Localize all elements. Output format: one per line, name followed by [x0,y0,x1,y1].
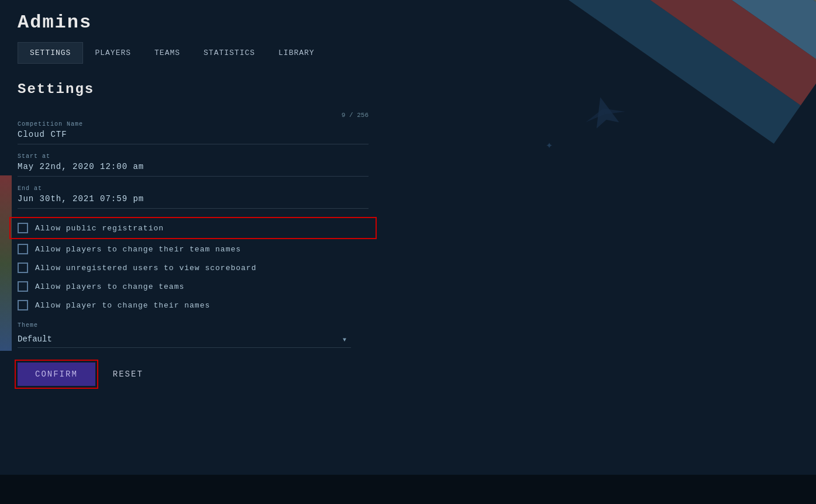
nav-tabs: SETTINGS PLAYERS TEAMS STATISTICS LIBRAR… [18,42,798,64]
checkbox-box-unregistered-scoreboard[interactable] [18,263,28,273]
checkbox-allow-change-teams[interactable]: Allow players to change teams [18,281,369,292]
buttons-row: CONFIRM RESET [18,363,369,386]
checkbox-allow-unregistered-scoreboard[interactable]: Allow unregistered users to view scorebo… [18,263,369,273]
checkbox-allow-public-registration[interactable]: Allow public registration [13,220,373,236]
theme-select-wrapper[interactable]: Default Dark Light Custom [18,331,351,348]
checkbox-label-unregistered-scoreboard: Allow unregistered users to view scorebo… [35,264,256,272]
theme-label: Theme [18,322,369,329]
checkbox-label-change-teams: Allow players to change teams [35,282,184,291]
end-at-value[interactable]: Jun 30th, 2021 07:59 pm [18,194,369,203]
start-at-label: Start at [18,153,369,160]
competition-name-field: 9 / 256 Competition Name Cloud CTF [18,112,369,144]
checkbox-label-public-registration: Allow public registration [35,224,164,233]
main-content: Admins SETTINGS PLAYERS TEAMS STATISTICS… [0,0,816,398]
bottom-bar [0,475,816,504]
checkbox-box-change-teams[interactable] [18,281,28,292]
settings-form: 9 / 256 Competition Name Cloud CTF Start… [18,112,369,386]
end-at-label: End at [18,185,369,192]
checkbox-allow-change-team-names[interactable]: Allow players to change their team names [18,244,369,254]
checkbox-box-change-names[interactable] [18,300,28,310]
end-at-field: End at Jun 30th, 2021 07:59 pm [18,185,369,209]
reset-button[interactable]: RESET [107,363,149,386]
start-at-field: Start at May 22nd, 2020 12:00 am [18,153,369,177]
tab-settings[interactable]: SETTINGS [18,42,83,64]
checkbox-label-change-names: Allow player to change their names [35,301,210,310]
checkbox-label-change-team-names: Allow players to change their team names [35,245,241,254]
confirm-button[interactable]: CONFIRM [18,363,95,386]
start-at-value[interactable]: May 22nd, 2020 12:00 am [18,162,369,171]
competition-name-label: Competition Name [18,121,369,127]
theme-select[interactable]: Default Dark Light Custom [18,331,351,348]
char-count: 9 / 256 [18,112,369,119]
tab-teams[interactable]: TEAMS [143,42,192,64]
tab-statistics[interactable]: STATISTICS [192,42,267,64]
competition-name-value[interactable]: Cloud CTF [18,130,369,139]
confirm-button-wrapper: CONFIRM [18,363,95,386]
checkbox-allow-change-names[interactable]: Allow player to change their names [18,300,369,310]
checkbox-box-public-registration[interactable] [18,223,28,233]
checkboxes-section: Allow public registration Allow players … [18,220,369,310]
page-title: Admins [18,12,798,33]
section-title: Settings [18,81,798,97]
theme-section: Theme Default Dark Light Custom [18,322,369,348]
tab-library[interactable]: LIBRARY [267,42,326,64]
checkbox-box-change-team-names[interactable] [18,244,28,254]
tab-players[interactable]: PLAYERS [83,42,143,64]
